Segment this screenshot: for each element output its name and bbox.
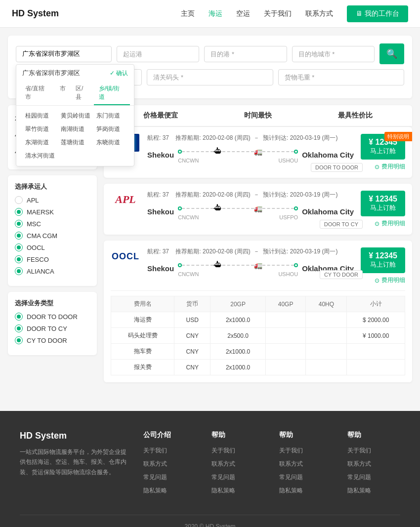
main-nav: 主页 海运 空运 关于我们 联系方式 🖥 我的工作台 [181, 5, 408, 22]
street-item[interactable]: 东湖街道 [22, 136, 58, 149]
footer-link-faq-2[interactable]: 常见问题 [211, 473, 265, 482]
card-info-cosco: 航程: 37 推荐船期: 2020-02-08 (周四) － 预计到达: 202… [147, 134, 354, 163]
footer-col-1: 公司介绍 关于我们 联系方式 常见问题 隐私策略 [143, 431, 197, 500]
dest-dot-oocl [294, 263, 298, 267]
footer-link-about-3[interactable]: 关于我们 [279, 446, 333, 455]
dash-2-apl [222, 208, 254, 209]
street-item[interactable]: 莲塘街道 [58, 136, 93, 149]
radio-cy-door [15, 336, 23, 344]
col-40hq: 40HQ [306, 296, 347, 312]
service-badge-cosco: DOOR TO DOOR [311, 163, 363, 172]
fee-detail-cosco[interactable]: ⊙ 费用明细 [361, 162, 405, 171]
tab-province[interactable]: 省/直辖市 [20, 81, 55, 105]
card-meta-cosco: 航程: 37 推荐船期: 2020-02-08 (周四) － 预计到达: 202… [147, 134, 354, 142]
cargo-weight-select[interactable]: 货物毛重 * [278, 69, 404, 85]
location-input[interactable] [16, 46, 112, 62]
service-door-door[interactable]: DOOR TO DOOR [15, 313, 90, 321]
footer-bottom: 2020 © HD System [20, 515, 400, 527]
header: HD System 主页 海运 空运 关于我们 联系方式 🖥 我的工作台 [0, 0, 420, 28]
ship-icon-oocl: ⛴ [213, 260, 222, 270]
route-dash-1 [182, 151, 213, 152]
fee-row-truck: 拖车费 CNY 2x1000.0 [111, 344, 405, 360]
street-item[interactable]: 桂园街道 [22, 110, 58, 122]
footer-link-privacy-4[interactable]: 隐私策略 [347, 486, 401, 495]
price-button-oocl[interactable]: ¥ 12345 马上订舱 [361, 247, 405, 273]
suggestion-confirm[interactable]: ✓ 确认 [110, 69, 128, 78]
carrier-apl[interactable]: APL [15, 196, 90, 204]
carrier-maersk[interactable]: MAERSK [15, 208, 90, 216]
footer-link-contact-4[interactable]: 联系方式 [347, 460, 401, 468]
result-card-cosco: COSCO SHIPPING 航程: 37 推荐船期: 2020-02-08 (… [104, 127, 412, 178]
carrier-fesco[interactable]: FESCO [15, 255, 90, 263]
nav-shipping[interactable]: 海运 [209, 9, 222, 18]
footer-brand-col: HD System 一站式国际物流服务平台，为外贸企业提供包括海运、空运、拖车、… [20, 431, 128, 500]
nav-home[interactable]: 主页 [181, 9, 195, 18]
tab-street[interactable]: 乡/镇/街道 [94, 81, 130, 105]
radio-alianca [15, 267, 23, 275]
origin-dot-apl [178, 206, 182, 210]
header-fastest: 时间最快 [209, 111, 306, 120]
footer-link-about-1[interactable]: 关于我们 [143, 446, 197, 455]
route-dash-2 [222, 151, 254, 152]
street-item[interactable]: 黄贝岭街道 [58, 110, 93, 122]
route-line: ⛴ 🚛 CNCWN USHOU [178, 146, 298, 163]
service-cy-door[interactable]: CY TO DOOR [15, 336, 90, 344]
col-20gp: 20GP [210, 296, 265, 312]
footer-link-privacy-3[interactable]: 隐私策略 [279, 486, 333, 495]
carrier-cmacgm[interactable]: CMA CGM [15, 232, 90, 240]
footer-link-privacy-2[interactable]: 隐私策略 [211, 486, 265, 495]
search-row-1: 起运港 目的港 * 目的地城市 * 🔍 [16, 43, 404, 64]
street-item[interactable]: 笋岗街道 [93, 123, 128, 135]
footer-link-contact-3[interactable]: 联系方式 [279, 460, 333, 468]
carrier-alianca[interactable]: ALIANCA [15, 267, 90, 275]
col-40gp: 40GP [265, 296, 306, 312]
street-item[interactable]: 东晓街道 [93, 136, 128, 149]
footer-col-2: 帮助 关于我们 联系方式 常见问题 隐私策略 [211, 431, 265, 500]
footer-link-about-4[interactable]: 关于我们 [347, 446, 401, 455]
service-door-cy[interactable]: DOOR TO CY [15, 324, 90, 332]
carrier-msc[interactable]: MSC [15, 220, 90, 228]
street-item[interactable]: 南湖街道 [58, 123, 93, 135]
fee-detail-oocl[interactable]: ⊙ 费用明细 [361, 276, 405, 284]
origin-dot [178, 150, 182, 154]
nav-about[interactable]: 关于我们 [264, 9, 292, 18]
service-filter: 选择业务类型 DOOR TO DOOR DOOR TO CY CY TO DOO… [8, 292, 97, 355]
footer: HD System 一站式国际物流服务平台，为外贸企业提供包括海运、空运、拖车、… [0, 411, 420, 527]
footer-link-faq-3[interactable]: 常见问题 [279, 473, 333, 482]
radio-msc [15, 220, 23, 228]
carrier-oocl[interactable]: OOCL [15, 243, 90, 251]
footer-link-faq-1[interactable]: 常见问题 [143, 473, 197, 482]
footer-col-title-2: 帮助 [211, 431, 265, 440]
price-button-apl[interactable]: ¥ 12345 马上订舱 [361, 191, 405, 216]
footer-link-contact-2[interactable]: 联系方式 [211, 460, 265, 468]
footer-link-contact-1[interactable]: 联系方式 [143, 460, 197, 468]
dest-dot [294, 150, 298, 154]
street-item[interactable]: 翠竹街道 [22, 123, 58, 135]
results-header: 价格最便宜 时间最快 最具性价比 [104, 105, 412, 126]
nav-contact[interactable]: 联系方式 [305, 9, 333, 18]
footer-link-faq-4[interactable]: 常见问题 [347, 473, 401, 482]
footer-col-4: 帮助 关于我们 联系方式 常见问题 隐私策略 [347, 431, 401, 500]
customs-port-select[interactable]: 清关码头 * [147, 69, 273, 85]
suggestion-text: 广东省深圳市罗湖区 ✓ 确认 [16, 65, 134, 81]
nav-air[interactable]: 空运 [236, 9, 250, 18]
departure-port-select[interactable]: 起运港 [117, 46, 199, 62]
dash-1-oocl [182, 265, 213, 266]
footer-col-3: 帮助 关于我们 联系方式 常见问题 隐私策略 [279, 431, 333, 500]
route-dash-3 [262, 151, 294, 152]
search-button[interactable]: 🔍 [379, 43, 404, 64]
tab-city[interactable]: 市 [55, 81, 71, 105]
fee-detail-apl[interactable]: ⊙ 费用明细 [361, 219, 405, 228]
workspace-button[interactable]: 🖥 我的工作台 [347, 5, 408, 22]
tab-district[interactable]: 区/县 [71, 81, 94, 105]
card-route-cosco: Shekou ⛴ 🚛 [147, 146, 354, 163]
footer-link-privacy-1[interactable]: 隐私策略 [143, 486, 197, 495]
destination-city-select[interactable]: 目的地城市 * [292, 46, 375, 62]
street-item[interactable]: 清水河街道 [22, 150, 58, 162]
carrier-filter-title: 选择承运人 [15, 182, 90, 191]
ship-icon: ⛴ [213, 146, 222, 157]
radio-oocl [15, 243, 23, 251]
street-item[interactable]: 东门街道 [93, 110, 128, 122]
destination-port-select[interactable]: 目的港 * [204, 46, 287, 62]
footer-link-about-2[interactable]: 关于我们 [211, 446, 265, 455]
